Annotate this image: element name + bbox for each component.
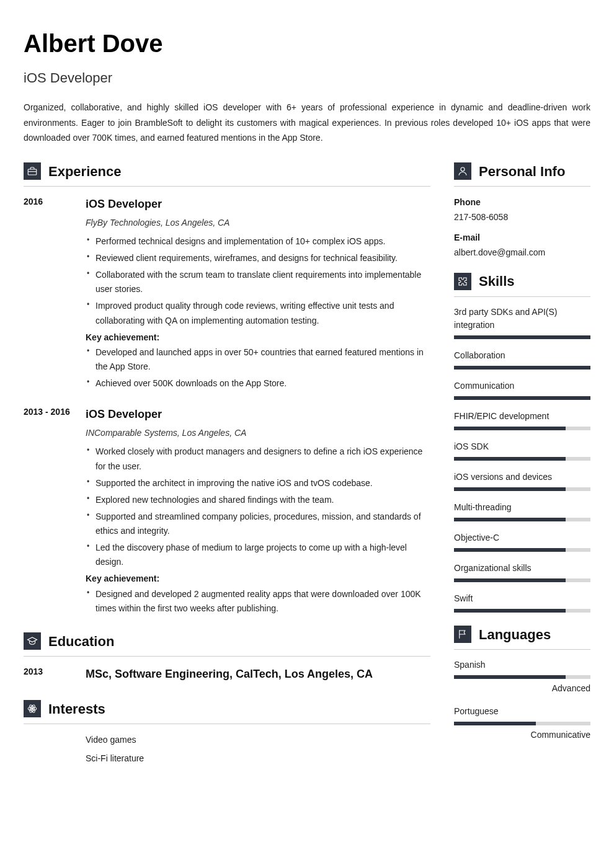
education-header: Education [24,631,430,657]
language-bar [454,722,590,725]
language-level: Communicative [454,728,590,742]
svg-point-6 [461,167,465,171]
section-title: Personal Info [479,161,565,182]
skill-item: iOS versions and devices [454,471,590,491]
entry-subtitle: INComparable Systems, Los Angeles, CA [86,426,430,440]
svg-rect-0 [28,169,37,175]
section-title: Languages [479,624,551,645]
skill-item: Communication [454,379,590,400]
skill-item: FHIR/EPIC development [454,410,590,430]
skill-bar [454,396,590,400]
left-column: Experience 2016iOS DeveloperFlyBy Techno… [24,161,430,783]
skill-item: iOS SDK [454,440,590,461]
bullet-item: Explored new technologies and shared fin… [87,493,430,507]
interests-entry: Video gamesSci-Fi literature [24,733,430,771]
entry-date: 2013 [24,665,74,686]
language-name: Spanish [454,658,590,671]
entry-date: 2016 [24,195,74,393]
person-icon [454,162,471,180]
language-item: SpanishAdvanced [454,658,590,695]
skill-item: Multi-threading [454,501,590,521]
bullet-item: Collaborated with the scrum team to tran… [87,268,430,296]
summary-text: Organized, collaborative, and highly ski… [24,100,590,146]
entry-title: iOS Developer [86,195,430,213]
entry-title: iOS Developer [86,405,430,423]
skills-list: 3rd party SDKs and API(S) integrationCol… [454,306,590,613]
svg-point-2 [32,708,33,710]
skill-item: Collaboration [454,349,590,370]
section-title: Interests [48,698,105,720]
experience-header: Experience [24,161,430,187]
skill-name: Objective-C [454,531,590,544]
education-list: 2013MSc, Software Engineering, CalTech, … [24,665,430,686]
achievement-item: Designed and developed 2 augmented reali… [87,587,430,616]
skill-item: Swift [454,592,590,613]
bullet-item: Led the discovery phase of medium to lar… [87,541,430,569]
briefcase-icon [24,162,41,180]
skill-bar [454,609,590,613]
achievement-item: Achieved over 500K downloads on the App … [87,376,430,391]
skill-bar [454,548,590,552]
personal-info-header: Personal Info [454,161,590,187]
key-achievement-label: Key achievement: [86,330,430,344]
entry-subtitle: FlyBy Technologies, Los Angeles, CA [86,216,430,229]
skill-name: Organizational skills [454,562,590,575]
skill-name: Communication [454,379,590,392]
skill-name: iOS SDK [454,440,590,453]
language-item: PortugueseCommunicative [454,705,590,742]
section-title: Experience [48,161,121,182]
skill-bar [454,427,590,430]
language-level: Advanced [454,681,590,695]
person-role: iOS Developer [24,67,590,89]
graduation-cap-icon [24,632,41,650]
skill-item: Objective-C [454,531,590,552]
entry-title: MSc, Software Engineering, CalTech, Los … [86,665,430,683]
skill-bar [454,366,590,370]
personal-info-block: Phone 217-508-6058 E-mail albert.dove@gm… [454,195,590,260]
interest-item: Sci-Fi literature [86,751,430,765]
bullet-item: Supported and streamlined company polici… [87,510,430,538]
atom-icon [24,700,41,717]
skills-header: Skills [454,270,590,296]
bullet-item: Worked closely with product managers and… [87,445,430,473]
skill-name: Swift [454,592,590,605]
experience-list: 2016iOS DeveloperFlyBy Technologies, Los… [24,195,430,618]
skill-name: 3rd party SDKs and API(S) integration [454,306,590,332]
entry-date: 2013 - 2016 [24,405,74,618]
language-bar [454,675,590,679]
languages-header: Languages [454,624,590,650]
key-achievement-label: Key achievement: [86,572,430,585]
phone-value: 217-508-6058 [454,210,590,224]
skill-name: FHIR/EPIC development [454,410,590,423]
email-value: albert.dove@gmail.com [454,246,590,259]
skill-bar [454,518,590,521]
section-title: Skills [479,270,514,292]
person-name: Albert Dove [24,24,590,63]
interest-item: Video games [86,733,430,746]
puzzle-icon [454,273,471,290]
languages-list: SpanishAdvancedPortugueseCommunicative [454,658,590,742]
phone-label: Phone [454,195,590,209]
bullet-item: Performed technical designs and implemen… [87,234,430,249]
section-title: Education [48,631,114,652]
interests-header: Interests [24,698,430,724]
education-entry: 2013MSc, Software Engineering, CalTech, … [24,665,430,686]
flag-icon [454,626,471,643]
skill-item: 3rd party SDKs and API(S) integration [454,306,590,339]
skill-name: Multi-threading [454,501,590,514]
skill-bar [454,335,590,339]
skill-item: Organizational skills [454,562,590,582]
skill-bar [454,457,590,461]
experience-entry: 2016iOS DeveloperFlyBy Technologies, Los… [24,195,430,393]
skill-bar [454,578,590,582]
email-label: E-mail [454,231,590,244]
right-column: Personal Info Phone 217-508-6058 E-mail … [454,161,590,783]
language-name: Portuguese [454,705,590,718]
bullet-item: Supported the architect in improving the… [87,476,430,490]
experience-entry: 2013 - 2016iOS DeveloperINComparable Sys… [24,405,430,618]
skill-name: iOS versions and devices [454,471,590,484]
bullet-item: Improved product quality through code re… [87,299,430,327]
skill-bar [454,487,590,491]
achievement-item: Developed and launched apps in over 50+ … [87,345,430,374]
bullet-item: Reviewed client requirements, wireframes… [87,251,430,265]
